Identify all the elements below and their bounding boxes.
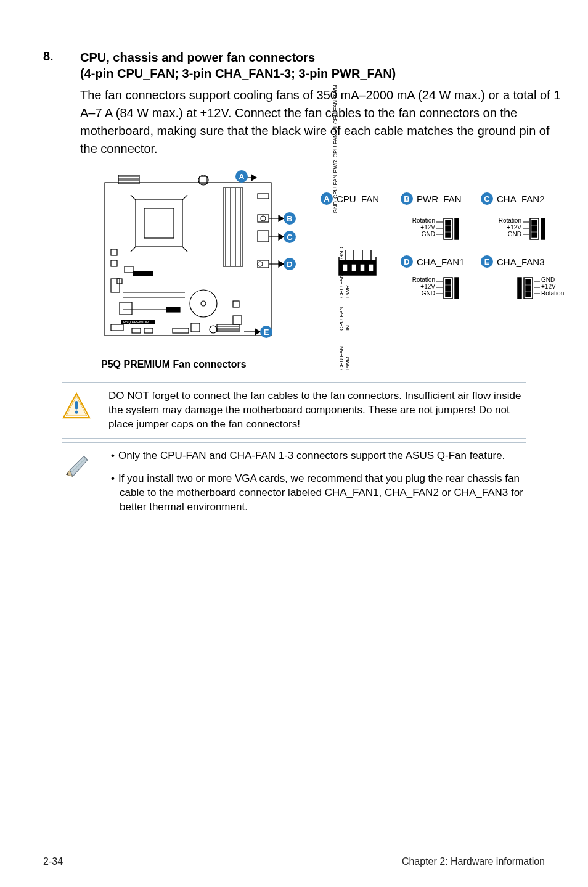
svg-point-97 [75, 410, 78, 413]
diagram-badge-e: E [481, 255, 493, 268]
cha-fan2-12v: +12V [494, 224, 521, 231]
note-item-1: Only the CPU-FAN and CHA-FAN 1-3 connect… [120, 449, 526, 463]
diagram-badge-a: A [321, 192, 333, 205]
pwr-fan-12v: +12V [408, 224, 435, 231]
svg-rect-32 [233, 301, 239, 307]
pwr-fan-connector [444, 218, 459, 239]
svg-rect-64 [446, 226, 451, 231]
svg-rect-96 [75, 401, 78, 410]
svg-rect-71 [541, 218, 545, 239]
warning-text: DO NOT forget to connect the fan cables … [108, 389, 526, 432]
cha-fan2-connector [530, 218, 545, 239]
pwr-fan-gnd: GND [408, 231, 435, 237]
svg-point-43 [210, 326, 217, 333]
svg-rect-81 [446, 292, 451, 297]
diagram-badge-c-board: C [284, 231, 296, 243]
svg-rect-82 [455, 278, 459, 299]
footer-page: 2-34 [43, 856, 63, 867]
svg-rect-10 [111, 260, 117, 266]
svg-marker-50 [255, 329, 260, 335]
diagram-badge-d-board: D [284, 258, 296, 270]
label-cha-fan2: CHA_FAN2 [497, 194, 545, 204]
cpu-fan-pin-pwm: CPU FAN PWM [333, 85, 339, 124]
board-label: P5Q PREMIUM [123, 320, 149, 324]
svg-marker-48 [279, 234, 284, 240]
diagram-badge-c: C [481, 192, 493, 205]
svg-rect-70 [532, 233, 537, 237]
footer-chapter: Chapter 2: Hardware information [402, 856, 545, 867]
note-text: Only the CPU-FAN and CHA-FAN 1-3 connect… [108, 449, 526, 514]
svg-rect-63 [446, 220, 451, 225]
svg-rect-20 [258, 194, 269, 199]
label-cpu-fan: CPU_FAN [337, 194, 379, 204]
svg-rect-41 [144, 328, 153, 333]
diagram-badge-b: B [401, 192, 413, 205]
section-title: CPU, chassis and power fan connectors (4… [80, 49, 567, 81]
diagram-badge-a-board: A [235, 170, 248, 183]
svg-rect-85 [526, 279, 531, 284]
svg-rect-65 [446, 233, 451, 237]
fan-connector-diagram: P5Q PREMIUM [99, 169, 567, 370]
cha-fan1-gnd: GND [408, 290, 435, 297]
section-paragraph: The fan connectors support cooling fans … [80, 86, 567, 158]
cha-fan3-connector [518, 278, 533, 299]
svg-rect-66 [455, 218, 459, 239]
page-footer: 2-34 Chapter 2: Hardware information [43, 852, 545, 867]
svg-rect-55 [369, 264, 374, 271]
diagram-badge-d: D [401, 255, 413, 268]
warning-icon [62, 389, 95, 424]
cpu-fan-pin-in: CPU FAN IN [333, 126, 339, 158]
svg-rect-19 [223, 188, 243, 266]
cha-fan1-connector [444, 278, 459, 299]
note-callout: Only the CPU-FAN and CHA-FAN 1-3 connect… [62, 442, 526, 521]
svg-point-27 [201, 301, 206, 306]
note-item-2: If you install two or more VGA cards, we… [120, 472, 526, 514]
cha-fan3-12v: +12V [541, 283, 564, 290]
svg-rect-9 [111, 249, 117, 255]
svg-point-25 [258, 262, 263, 266]
svg-rect-40 [132, 328, 141, 333]
svg-rect-87 [526, 292, 531, 297]
svg-rect-34 [191, 323, 200, 332]
svg-rect-23 [258, 231, 269, 242]
svg-rect-86 [526, 286, 531, 291]
note-list: Only the CPU-FAN and CHA-FAN 1-3 connect… [108, 449, 526, 514]
svg-point-26 [190, 290, 217, 317]
svg-rect-42 [173, 328, 189, 333]
svg-rect-12 [111, 279, 120, 292]
cha-fan3-gnd: GND [541, 276, 564, 283]
page: 8. CPU, chassis and power fan connectors… [0, 0, 588, 887]
section-body: CPU, chassis and power fan connectors (4… [80, 49, 567, 370]
svg-rect-33 [233, 316, 242, 324]
cha-fan1-rotation: Rotation [408, 276, 435, 283]
cha-fan1-12v: +12V [408, 283, 435, 290]
label-cha-fan1: CHA_FAN1 [417, 257, 465, 267]
svg-rect-83 [518, 278, 521, 299]
label-pwr-fan: PWR_FAN [417, 194, 462, 204]
cha-fan2-rotation: Rotation [494, 217, 521, 224]
svg-rect-44 [133, 271, 153, 276]
cpu-fan-pin-gnd: GND [333, 201, 339, 213]
svg-rect-69 [532, 226, 537, 231]
section-title-line2: (4-pin CPU_FAN; 3-pin CHA_FAN1-3; 3-pin … [80, 67, 396, 80]
cha-fan3-rotation: Rotation [541, 290, 564, 297]
pencil-icon [62, 449, 95, 484]
cpu-fan-pin-pwr: CPU FAN PWR [333, 160, 339, 199]
svg-rect-80 [446, 286, 451, 291]
section-block: 8. CPU, chassis and power fan connectors… [43, 49, 545, 370]
warning-callout: DO NOT forget to connect the fan cables … [62, 382, 526, 439]
svg-rect-53 [351, 264, 356, 271]
diagram-badge-e-board: E [260, 326, 272, 338]
svg-rect-11 [125, 266, 133, 273]
svg-rect-79 [446, 279, 451, 284]
section-number: 8. [43, 49, 80, 64]
svg-rect-54 [360, 264, 365, 271]
cha-fan2-gnd: GND [494, 231, 521, 237]
svg-marker-49 [279, 261, 284, 267]
svg-rect-31 [166, 307, 180, 312]
svg-rect-39 [111, 324, 123, 331]
svg-rect-68 [532, 220, 537, 225]
pwr-fan-rotation: Rotation [408, 217, 435, 224]
diagram-badge-b-board: B [284, 212, 296, 225]
diagram-caption: P5Q PREMIUM Fan connectors [101, 359, 567, 370]
